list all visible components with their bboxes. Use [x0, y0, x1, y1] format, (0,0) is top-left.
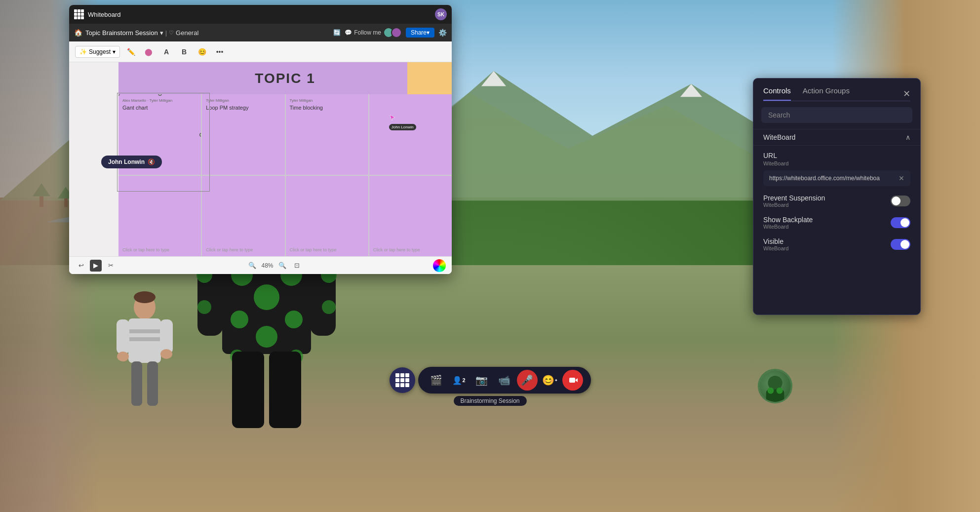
sticky-6-placeholder: Click or tap here to type	[206, 247, 253, 252]
section-chevron: ∧	[905, 133, 910, 141]
bold-tool[interactable]: B	[177, 45, 191, 59]
visible-toggle[interactable]	[891, 239, 910, 250]
apps-icon[interactable]	[74, 9, 84, 19]
sticky-3[interactable]: Tyler Milligan Time blocking	[286, 94, 368, 175]
camera-btn[interactable]: 🎬	[426, 370, 447, 391]
zoom-out-btn[interactable]: 🔍	[246, 260, 258, 272]
show-backplate-toggle[interactable]	[891, 217, 910, 228]
people-icon: 👤	[452, 376, 462, 385]
cut-btn[interactable]: ✂	[105, 260, 117, 272]
sticky-2[interactable]: Tyler Milligan Loop PM strategy	[202, 94, 284, 175]
prevent-suspension-label: Prevent Suspension	[763, 194, 891, 202]
share-button[interactable]: Share▾	[406, 28, 434, 38]
svg-rect-45	[232, 352, 264, 428]
prevent-suspension-toggle[interactable]	[891, 196, 910, 206]
controls-panel: Controls Action Groups ✕ WiteBoard ∧ URL…	[753, 78, 921, 315]
avatar-npc	[113, 290, 177, 413]
sticky-4[interactable]: John Lonwin	[369, 94, 452, 175]
sticky-5[interactable]: Click or tap here to type	[118, 176, 201, 256]
sticky-8-placeholder: Click or tap here to type	[373, 247, 420, 252]
mic-btn[interactable]: 🎤	[517, 370, 538, 391]
visible-info: Visible WiteBoard	[763, 237, 891, 251]
prevent-suspension-row: Prevent Suspension WiteBoard	[763, 194, 910, 208]
url-sublabel: WiteBoard	[763, 160, 910, 166]
svg-point-19	[117, 352, 129, 361]
people-btn[interactable]: 👤 2	[449, 370, 470, 391]
wb-avatars	[383, 27, 402, 38]
color-picker[interactable]	[433, 259, 446, 272]
svg-rect-17	[117, 319, 129, 354]
breadcrumb-name[interactable]: Topic Brainstorm Session	[85, 29, 158, 37]
shape-tool[interactable]: ⬤	[142, 45, 156, 59]
avatar-dot-2	[391, 27, 402, 38]
suggest-dropdown[interactable]: ▾	[113, 48, 116, 55]
sticky-8[interactable]: Click or tap here to type	[369, 176, 452, 256]
breadcrumb-channel[interactable]: General	[176, 29, 198, 37]
svg-point-20	[160, 349, 172, 359]
section-header[interactable]: WiteBoard ∧	[753, 129, 920, 146]
svg-marker-49	[575, 378, 578, 382]
tab-controls[interactable]: Controls	[763, 86, 791, 101]
svg-rect-15	[128, 329, 161, 333]
suggest-icon: ✨	[79, 48, 87, 55]
section-title: WiteBoard	[763, 133, 795, 141]
sticky-7[interactable]: Click or tap here to type	[286, 176, 368, 256]
url-clear-btn[interactable]: ✕	[899, 174, 904, 182]
show-backplate-row: Show Backplate WiteBoard	[763, 216, 910, 230]
breadcrumb: Topic Brainstorm Session ▾ | ♡ General	[85, 29, 198, 37]
breadcrumb-dropdown[interactable]: ▾	[160, 29, 163, 37]
selection-handle-mr[interactable]	[199, 133, 201, 137]
fit-btn[interactable]: ⊡	[291, 260, 303, 272]
zoom-level: 48%	[261, 262, 273, 269]
john-label-cursor: 🔇	[148, 158, 155, 165]
breadcrumb-separator: |	[165, 29, 167, 37]
selection-handle-tl[interactable]	[118, 94, 120, 96]
url-label: URL	[763, 152, 910, 159]
settings-icon[interactable]: ⚙️	[438, 29, 447, 37]
svg-point-53	[777, 388, 783, 394]
home-icon[interactable]: 🏠	[74, 29, 82, 37]
panel-search-input[interactable]	[761, 107, 912, 123]
refresh-icon[interactable]: 🔄	[333, 29, 341, 36]
video-btn[interactable]: 📹	[494, 370, 515, 391]
follow-btn[interactable]: 💬 Follow me	[345, 27, 402, 38]
sticky-5-placeholder: Click or tap here to type	[122, 247, 169, 252]
sticky-3-author: Tyler Milligan	[290, 98, 364, 103]
url-value: https://whiteboard.office.com/me/whitebo…	[769, 175, 894, 182]
toggle-thumb-prevent	[892, 197, 901, 205]
play-btn[interactable]: ▶	[90, 260, 102, 272]
pen-tool[interactable]: ✏️	[124, 45, 138, 59]
svg-point-13	[134, 291, 156, 303]
tab-action-groups[interactable]: Action Groups	[803, 86, 850, 101]
wb-titlebar: Whiteboard SK	[69, 5, 452, 24]
svg-rect-18	[160, 319, 173, 354]
prevent-suspension-sublabel: WiteBoard	[763, 202, 891, 208]
visible-row: Visible WiteBoard	[763, 237, 910, 251]
wb-toolbar: ✨ Suggest ▾ ✏️ ⬤ A B 😊 •••	[69, 41, 452, 62]
text-tool[interactable]: A	[159, 45, 173, 59]
svg-point-30	[231, 311, 248, 328]
wb-nav-right: 🔄 💬 Follow me Share▾ ⚙️	[333, 27, 447, 38]
emoji-react-btn[interactable]: 😊✦	[540, 370, 560, 391]
panel-close-btn[interactable]: ✕	[903, 88, 910, 99]
svg-point-32	[256, 326, 277, 348]
sticky-6[interactable]: Click or tap here to type	[202, 176, 284, 256]
suggest-btn[interactable]: ✨ Suggest ▾	[75, 46, 120, 58]
sticky-1-content: Gant chart	[122, 105, 197, 111]
undo-btn[interactable]: ↩	[75, 260, 87, 272]
selection-handle-tc[interactable]	[158, 94, 162, 96]
emoji-tool[interactable]: 😊	[195, 45, 209, 59]
record-btn[interactable]	[562, 370, 583, 391]
whiteboard-section: WiteBoard ∧ URL WiteBoard https://whiteb…	[753, 129, 920, 265]
svg-rect-46	[269, 352, 301, 428]
svg-rect-48	[569, 378, 575, 383]
wb-title: Whiteboard	[88, 11, 120, 18]
photo-btn[interactable]: 📷	[471, 370, 492, 391]
prevent-suspension-info: Prevent Suspension WiteBoard	[763, 194, 891, 208]
url-input-container[interactable]: https://whiteboard.office.com/me/whitebo…	[763, 170, 910, 186]
people-count: 2	[462, 377, 465, 383]
svg-rect-16	[128, 337, 161, 341]
apps-grid-btn[interactable]	[390, 367, 415, 393]
more-tools[interactable]: •••	[213, 45, 227, 59]
zoom-in-btn[interactable]: 🔍	[276, 260, 288, 272]
